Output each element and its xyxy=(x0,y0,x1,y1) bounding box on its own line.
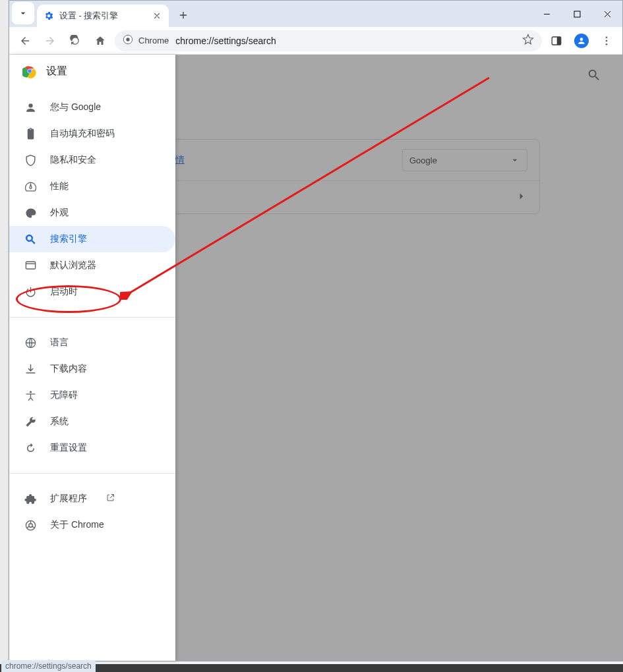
status-bar-link: chrome://settings/search xyxy=(1,660,96,672)
forward-button[interactable] xyxy=(40,30,61,51)
nav-label: 扩展程序 xyxy=(50,493,87,505)
nav-appearance[interactable]: 外观 xyxy=(9,200,175,226)
close-tab-button[interactable] xyxy=(152,11,162,21)
address-chip-label: Chrome xyxy=(138,36,170,45)
nav-label: 搜索引擎 xyxy=(50,233,87,245)
nav-label: 隐私和安全 xyxy=(50,154,96,166)
gear-icon xyxy=(44,11,54,21)
chrome-menu-button[interactable] xyxy=(596,30,617,51)
svg-rect-4 xyxy=(557,37,561,45)
chrome-outline-icon xyxy=(24,519,37,532)
nav-label: 性能 xyxy=(50,181,69,192)
tabs-dropdown-button[interactable] xyxy=(12,2,34,24)
clipboard-icon xyxy=(24,128,37,140)
chrome-chip-icon xyxy=(123,34,133,47)
close-window-button[interactable] xyxy=(592,1,622,27)
open-in-new-icon xyxy=(105,493,115,505)
nav-system[interactable]: 系统 xyxy=(9,408,175,435)
svg-point-15 xyxy=(28,523,32,527)
nav-separator xyxy=(9,473,175,474)
svg-point-5 xyxy=(606,36,608,38)
svg-point-7 xyxy=(606,43,608,45)
palette-icon xyxy=(24,207,37,219)
tab-title: 设置 - 搜索引擎 xyxy=(59,11,146,22)
nav-privacy[interactable]: 隐私和安全 xyxy=(9,147,175,173)
search-icon xyxy=(24,233,37,246)
nav-you-and-google[interactable]: 您与 Google xyxy=(9,94,175,121)
nav-about-chrome[interactable]: 关于 Chrome xyxy=(9,512,175,538)
address-bar[interactable]: Chrome chrome://settings/search xyxy=(115,30,542,51)
svg-rect-0 xyxy=(574,11,580,17)
avatar-icon xyxy=(574,34,589,48)
nav-downloads[interactable]: 下载内容 xyxy=(9,356,175,382)
svg-rect-11 xyxy=(26,262,35,269)
svg-point-2 xyxy=(126,38,129,41)
reload-button[interactable] xyxy=(65,30,86,51)
nav-search-engine[interactable]: 搜索引擎 xyxy=(9,226,175,252)
wrench-icon xyxy=(24,416,37,428)
nav-label: 关于 Chrome xyxy=(50,519,104,531)
nav-label: 语言 xyxy=(50,337,69,349)
nav-label: 外观 xyxy=(50,207,69,219)
restore-icon xyxy=(24,442,37,455)
nav-languages[interactable]: 语言 xyxy=(9,329,175,356)
back-button[interactable] xyxy=(15,30,36,51)
nav-performance[interactable]: 性能 xyxy=(9,173,175,200)
bookmark-star-button[interactable] xyxy=(522,34,534,47)
new-tab-button[interactable] xyxy=(174,6,193,24)
shield-icon xyxy=(24,154,37,167)
svg-point-13 xyxy=(29,391,31,393)
speedometer-icon xyxy=(24,181,37,193)
power-icon xyxy=(24,286,37,298)
content-area: 索引擎。 了解详情 Google 站搜索 xyxy=(9,55,622,661)
drawer-header: 设置 xyxy=(9,55,175,88)
toolbar: Chrome chrome://settings/search xyxy=(9,27,622,55)
accessibility-icon xyxy=(24,389,37,402)
browser-window: 设置 - 搜索引擎 Chrome chrome://settings/searc… xyxy=(9,0,623,661)
nav-autofill[interactable]: 自动填充和密码 xyxy=(9,121,175,147)
nav-group-1: 您与 Google 自动填充和密码 隐私和安全 性能 外观 xyxy=(9,88,175,312)
settings-drawer: 设置 您与 Google 自动填充和密码 隐私和安全 性能 xyxy=(9,55,175,661)
nav-label: 启动时 xyxy=(50,286,78,298)
globe-icon xyxy=(24,337,37,349)
nav-label: 自动填充和密码 xyxy=(50,128,115,140)
person-icon xyxy=(24,101,37,114)
address-url: chrome://settings/search xyxy=(175,36,517,46)
nav-default-browser[interactable]: 默认浏览器 xyxy=(9,252,175,279)
download-icon xyxy=(24,363,37,376)
external-gutter xyxy=(0,0,9,672)
nav-label: 无障碍 xyxy=(50,389,78,401)
svg-point-6 xyxy=(606,40,608,42)
profile-button[interactable] xyxy=(571,30,592,51)
extension-icon xyxy=(24,493,37,505)
nav-reset[interactable]: 重置设置 xyxy=(9,435,175,461)
nav-label: 默认浏览器 xyxy=(50,260,96,271)
drawer-title: 设置 xyxy=(46,65,67,78)
nav-separator xyxy=(9,317,175,318)
browser-tab-active[interactable]: 设置 - 搜索引擎 xyxy=(37,5,169,27)
browser-icon xyxy=(24,260,37,272)
nav-label: 下载内容 xyxy=(50,363,87,375)
nav-extensions[interactable]: 扩展程序 xyxy=(9,486,175,512)
titlebar: 设置 - 搜索引擎 xyxy=(9,1,622,27)
nav-on-startup[interactable]: 启动时 xyxy=(9,279,175,305)
nav-label: 重置设置 xyxy=(50,442,87,454)
side-panel-button[interactable] xyxy=(546,30,567,51)
maximize-button[interactable] xyxy=(562,1,592,27)
nav-label: 系统 xyxy=(50,416,69,428)
home-button[interactable] xyxy=(90,30,111,51)
nav-accessibility[interactable]: 无障碍 xyxy=(9,382,175,408)
minimize-button[interactable] xyxy=(531,1,562,27)
nav-group-3: 扩展程序 关于 Chrome xyxy=(9,479,175,545)
window-controls xyxy=(531,1,622,27)
nav-group-2: 语言 下载内容 无障碍 系统 重置设置 xyxy=(9,323,175,468)
nav-label: 您与 Google xyxy=(50,101,101,113)
chrome-logo-icon xyxy=(22,64,37,78)
